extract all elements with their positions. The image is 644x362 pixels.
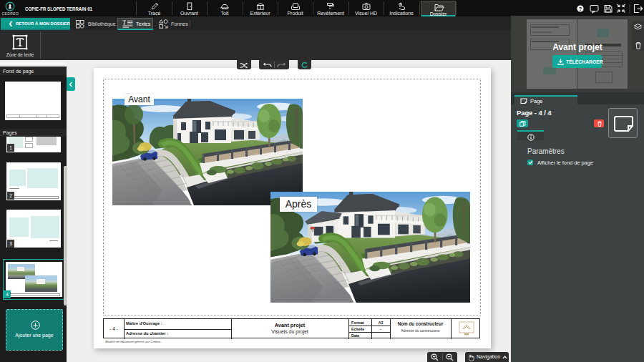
svg-text:?: ? (579, 6, 582, 12)
